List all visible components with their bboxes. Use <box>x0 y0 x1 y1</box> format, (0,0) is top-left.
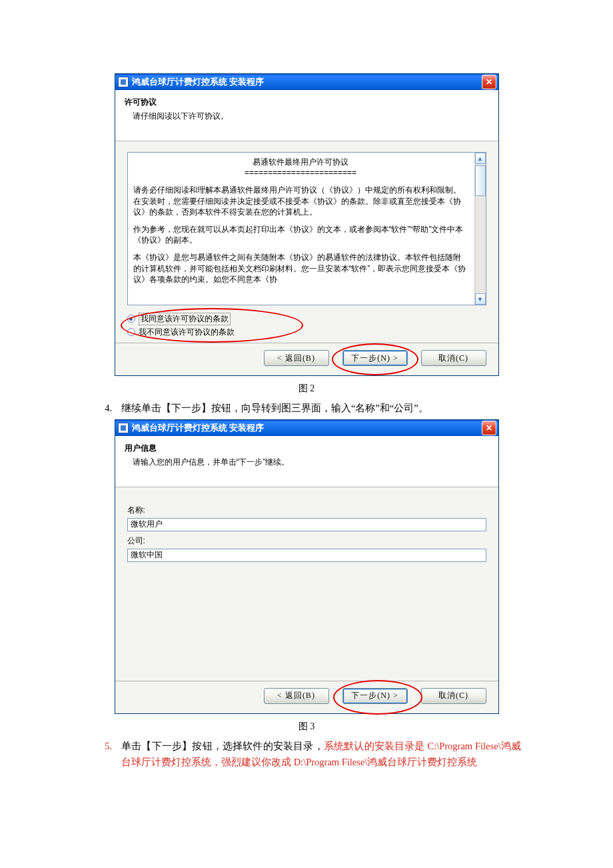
scroll-down-icon[interactable]: ▼ <box>475 293 486 305</box>
list-text: 继续单击【下一步】按钮，向导转到图三界面，输入“名称”和“公司”。 <box>121 400 521 417</box>
radio-agree-label: 我同意该许可协议的条款 <box>139 313 231 325</box>
list-item: 4. 继续单击【下一步】按钮，向导转到图三界面，输入“名称”和“公司”。 <box>92 400 521 417</box>
svg-rect-1 <box>121 425 126 431</box>
wizard-header: 许可协议 请仔细阅读以下许可协议。 <box>115 90 498 141</box>
installer-window-license: 鸿威台球厅计费灯控系统 安装程序 ✕ 许可协议 请仔细阅读以下许可协议。 易通软… <box>115 73 499 376</box>
close-icon[interactable]: ✕ <box>482 75 496 89</box>
app-icon <box>118 423 129 433</box>
figure-caption: 图 3 <box>92 721 521 733</box>
eula-paragraph: 本《协议》是您与易通软件之间有关随附本《协议》的易通软件的法律协议。本软件包括随… <box>133 252 468 285</box>
license-textarea[interactable]: 易通软件最终用户许可协议 ======================== 请务… <box>127 152 486 305</box>
eula-separator: ======================== <box>133 167 468 178</box>
window-title: 鸿威台球厅计费灯控系统 安装程序 <box>132 422 265 434</box>
list-number: 5. <box>92 738 121 771</box>
cancel-button[interactable]: 取消(C) <box>421 350 486 366</box>
scroll-up-icon[interactable]: ▲ <box>475 153 486 164</box>
name-field[interactable] <box>127 518 486 531</box>
eula-paragraph: 作为参考，您现在就可以从本页起打印出本《协议》的文本，或者参阅本“软件”“帮助”… <box>133 224 468 245</box>
back-button[interactable]: < 返回(B) <box>264 350 329 366</box>
header-title: 许可协议 <box>125 97 489 108</box>
radio-disagree-label: 我不同意该许可协议的条款 <box>139 327 235 338</box>
header-title: 用户信息 <box>125 443 489 454</box>
eula-paragraph: 请务必仔细阅读和理解本易通软件最终用户许可协议（《协议》）中规定的所有权利和限制… <box>133 185 468 217</box>
installer-window-userinfo: 鸿威台球厅计费灯控系统 安装程序 ✕ 用户信息 请输入您的用户信息，并单击“下一… <box>115 419 499 714</box>
radio-dot-icon <box>127 328 135 336</box>
list-number: 4. <box>92 400 121 417</box>
list-text: 单击【下一步】按钮，选择软件的安装目录， <box>121 741 324 751</box>
eula-title: 易通软件最终用户许可协议 <box>133 157 468 167</box>
list-item: 5. 单击【下一步】按钮，选择软件的安装目录，系统默认的安装目录是 C:\Pro… <box>92 738 521 771</box>
company-field[interactable] <box>127 549 486 562</box>
header-subtitle: 请输入您的用户信息，并单击“下一步”继续。 <box>125 457 489 468</box>
radio-dot-icon <box>127 315 135 323</box>
close-icon[interactable]: ✕ <box>482 421 496 435</box>
radio-disagree[interactable]: 我不同意该许可协议的条款 <box>127 325 486 339</box>
svg-rect-0 <box>121 79 126 85</box>
header-subtitle: 请仔细阅读以下许可协议。 <box>125 111 489 122</box>
name-label: 名称: <box>127 505 486 516</box>
figure-caption: 图 2 <box>92 383 521 395</box>
next-button[interactable]: 下一步(N) > <box>342 350 408 366</box>
title-bar[interactable]: 鸿威台球厅计费灯控系统 安装程序 ✕ <box>115 420 498 436</box>
scrollbar[interactable]: ▲ ▼ <box>474 153 486 305</box>
wizard-header: 用户信息 请输入您的用户信息，并单击“下一步”继续。 <box>115 436 498 487</box>
window-title: 鸿威台球厅计费灯控系统 安装程序 <box>132 76 265 88</box>
title-bar[interactable]: 鸿威台球厅计费灯控系统 安装程序 ✕ <box>115 74 498 90</box>
scroll-track[interactable] <box>475 164 486 293</box>
back-button[interactable]: < 返回(B) <box>264 688 329 704</box>
next-button[interactable]: 下一步(N) > <box>342 688 408 704</box>
cancel-button[interactable]: 取消(C) <box>421 688 486 704</box>
radio-agree[interactable]: 我同意该许可协议的条款 <box>127 312 486 325</box>
app-icon <box>118 77 129 87</box>
scroll-thumb[interactable] <box>475 165 486 196</box>
company-label: 公司: <box>127 535 486 547</box>
